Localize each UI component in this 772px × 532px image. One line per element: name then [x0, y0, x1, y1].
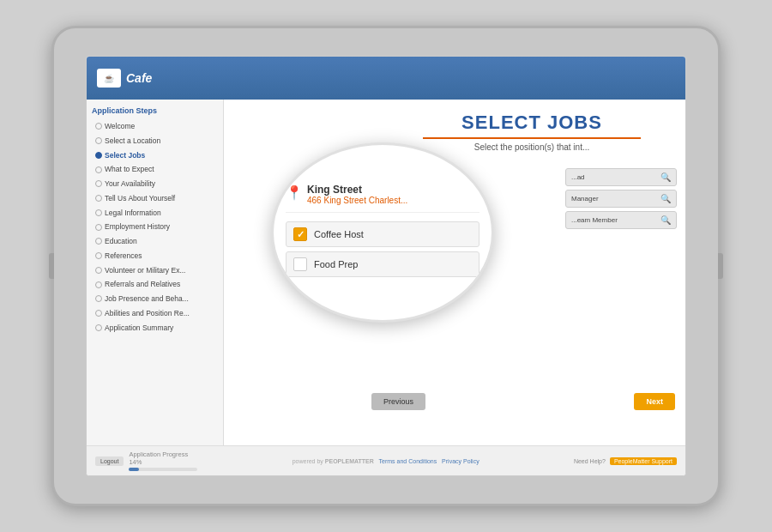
page-subtitle: Select the position(s) that int... [395, 142, 668, 152]
sidebar-item-about-label: Tell Us About Yourself [105, 193, 175, 204]
mag-job-food-prep[interactable]: Food Prep [286, 251, 479, 277]
sidebar: Application Steps Welcome Select a Locat… [87, 100, 224, 445]
sidebar-item-summary-label: Application Summary [105, 323, 173, 334]
magnified-content: 📍 King Street 466 King Street Charlest..… [274, 145, 492, 320]
screen-header: ☕ Cafe [87, 57, 685, 100]
sidebar-item-welcome-label: Welcome [105, 121, 135, 132]
sidebar-item-welcome[interactable]: Welcome [92, 119, 218, 134]
page-main-title: SELECT JOBS [395, 112, 668, 134]
sidebar-item-education-label: Education [105, 236, 137, 247]
sidebar-item-expect-label: What to Expect [105, 164, 154, 175]
progress-percent: 14% [129, 458, 197, 466]
right-job-item-0[interactable]: ...ad 🔍 [565, 168, 677, 186]
logo-text: Cafe [126, 71, 152, 85]
right-job-item-1[interactable]: Manager 🔍 [565, 190, 677, 208]
screen-footer: Logout Application Progress 14% powered … [87, 445, 685, 475]
magnified-overlay: 📍 King Street 466 King Street Charlest..… [271, 142, 494, 323]
sidebar-item-employment[interactable]: Employment History [92, 220, 218, 234]
powered-by-text: powered by [293, 458, 323, 464]
search-icon-0[interactable]: 🔍 [660, 172, 671, 182]
need-help-text: Need Help? [574, 458, 606, 464]
sidebar-item-abilities-label: Abilities and Position Re... [105, 308, 190, 319]
sidebar-item-referrals-label: Referrals and Relatives [105, 279, 180, 290]
mag-job-coffee-host[interactable]: ✓ Coffee Host [286, 221, 479, 247]
sidebar-title: Application Steps [92, 106, 218, 115]
right-jobs-list: ...ad 🔍 Manager 🔍 ...eam Member 🔍 [565, 168, 677, 229]
sidebar-item-location[interactable]: Select a Location [92, 134, 218, 148]
cafe-cup-icon: ☕ [104, 74, 114, 83]
right-job-item-2[interactable]: ...eam Member 🔍 [565, 211, 677, 229]
tablet-frame: ☕ Cafe Application Steps Welcome Select … [51, 26, 721, 506]
support-badge[interactable]: PeopleMatter Support [610, 457, 677, 465]
food-prep-checkbox[interactable] [293, 257, 307, 271]
mag-location: 📍 King Street 466 King Street Charlest..… [286, 184, 479, 213]
brand-name: PEOPLEMATTER [325, 458, 374, 464]
coffee-host-checkbox[interactable]: ✓ [293, 227, 307, 241]
sidebar-item-references-label: References [105, 251, 142, 262]
right-job-label-0: ...ad [571, 173, 585, 181]
sidebar-item-availability-label: Your Availability [105, 178, 155, 190]
sidebar-item-legal[interactable]: Legal Information [92, 206, 218, 221]
right-job-label-2: ...eam Member [571, 216, 618, 224]
coffee-host-label: Coffee Host [314, 229, 364, 239]
progress-bar-container [129, 468, 197, 471]
sidebar-item-location-label: Select a Location [105, 136, 160, 147]
sidebar-item-abilities[interactable]: Abilities and Position Re... [92, 306, 218, 321]
sidebar-item-availability[interactable]: Your Availability [92, 177, 218, 191]
sidebar-item-jobs[interactable]: Select Jobs [92, 148, 218, 163]
sidebar-item-jobs-label: Select Jobs [105, 150, 145, 161]
search-icon-2[interactable]: 🔍 [660, 215, 671, 225]
location-pin-icon: 📍 [286, 184, 303, 201]
screen: ☕ Cafe Application Steps Welcome Select … [86, 56, 686, 476]
right-panel: SELECT JOBS Select the position(s) that … [224, 100, 685, 445]
nav-buttons: Previous Next [361, 388, 685, 415]
sidebar-item-job-presence[interactable]: Job Presence and Beha... [92, 292, 218, 306]
mag-location-name: King Street [307, 184, 407, 196]
sidebar-item-references[interactable]: References [92, 249, 218, 263]
search-icon-1[interactable]: 🔍 [660, 194, 671, 203]
logo-area: ☕ Cafe [97, 69, 152, 88]
sidebar-item-summary[interactable]: Application Summary [92, 321, 218, 336]
sidebar-item-education[interactable]: Education [92, 234, 218, 249]
sidebar-item-legal-label: Legal Information [105, 208, 161, 219]
progress-label: Application Progress [129, 450, 197, 458]
title-underline [423, 137, 641, 139]
mag-location-address: 466 King Street Charlest... [307, 196, 407, 205]
progress-bar-fill [129, 468, 138, 471]
sidebar-item-volunteer[interactable]: Volunteer or Military Ex... [92, 263, 218, 278]
main-content: Application Steps Welcome Select a Locat… [87, 100, 685, 445]
sidebar-item-expect[interactable]: What to Expect [92, 162, 218, 177]
sidebar-item-employment-label: Employment History [105, 221, 170, 233]
cafe-logo-icon: ☕ [97, 69, 121, 88]
sidebar-item-volunteer-label: Volunteer or Military Ex... [105, 265, 185, 276]
mag-location-details: King Street 466 King Street Charlest... [307, 184, 407, 205]
next-button[interactable]: Next [634, 393, 675, 410]
checkmark-icon: ✓ [297, 229, 305, 240]
sidebar-item-about[interactable]: Tell Us About Yourself [92, 191, 218, 206]
sidebar-item-referrals[interactable]: Referrals and Relatives [92, 277, 218, 292]
tablet-button-left [49, 253, 54, 279]
privacy-link[interactable]: Privacy Policy [442, 458, 479, 464]
tablet-button-right [718, 253, 723, 279]
logout-button[interactable]: Logout [95, 456, 124, 466]
footer-progress-area: Application Progress 14% [129, 450, 197, 471]
sidebar-item-job-presence-label: Job Presence and Beha... [105, 293, 189, 305]
food-prep-label: Food Prep [314, 259, 358, 269]
right-job-label-1: Manager [571, 195, 599, 203]
previous-button[interactable]: Previous [371, 393, 425, 410]
footer-center: powered by PEOPLEMATTER Terms and Condit… [293, 458, 479, 464]
terms-link[interactable]: Terms and Conditions [379, 458, 437, 464]
footer-right: Need Help? PeopleMatter Support [574, 457, 677, 465]
